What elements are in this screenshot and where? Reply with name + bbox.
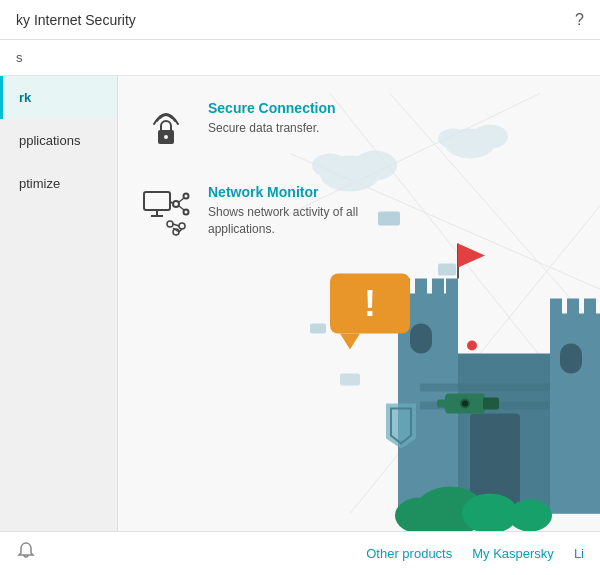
other-products-link[interactable]: Other products	[366, 546, 452, 561]
svg-point-7	[184, 210, 189, 215]
svg-point-11	[179, 223, 185, 229]
svg-line-14	[173, 224, 179, 226]
license-link[interactable]: Li	[574, 546, 584, 561]
svg-rect-49	[437, 400, 449, 408]
svg-rect-44	[410, 324, 432, 354]
main-container: rk pplications ptimize	[0, 76, 600, 531]
svg-point-1	[164, 135, 168, 139]
svg-point-12	[167, 221, 173, 227]
content-panel: Secure Connection Secure data transfer.	[118, 76, 600, 531]
svg-marker-62	[458, 244, 485, 268]
svg-line-9	[179, 206, 184, 210]
svg-rect-29	[438, 264, 456, 276]
sidebar-item-network[interactable]: rk	[0, 76, 117, 119]
secure-connection-icon	[138, 100, 194, 156]
my-kaspersky-link[interactable]: My Kaspersky	[472, 546, 554, 561]
svg-rect-41	[584, 299, 596, 319]
svg-rect-38	[446, 279, 458, 299]
svg-point-26	[472, 125, 508, 149]
monitor-network-icon	[140, 186, 192, 238]
svg-point-27	[438, 129, 468, 149]
svg-point-52	[462, 401, 468, 407]
network-monitor-icon	[138, 184, 194, 240]
svg-point-6	[184, 194, 189, 199]
breadcrumb: s	[16, 50, 23, 65]
svg-marker-54	[340, 334, 360, 350]
svg-rect-36	[415, 279, 427, 299]
title-bar: ky Internet Security ?	[0, 0, 600, 40]
svg-rect-34	[550, 314, 600, 514]
svg-point-56	[467, 341, 477, 351]
sidebar-item-label: ptimize	[19, 176, 60, 191]
svg-rect-46	[420, 384, 550, 392]
svg-point-60	[508, 500, 552, 532]
sidebar-item-applications[interactable]: pplications	[0, 119, 117, 162]
feature-secure-connection-title: Secure Connection	[208, 100, 336, 116]
feature-list: Secure Connection Secure data transfer.	[118, 76, 398, 292]
feature-network-monitor-desc: Shows network activity of all applicatio…	[208, 204, 378, 238]
feature-network-monitor-title: Network Monitor	[208, 184, 378, 200]
svg-rect-40	[567, 299, 579, 319]
bottom-bar: Other products My Kaspersky Li	[0, 531, 600, 575]
sidebar-item-label: pplications	[19, 133, 80, 148]
feature-secure-connection-desc: Secure data transfer.	[208, 120, 336, 137]
feature-network-monitor-text: Network Monitor Shows network activity o…	[208, 184, 378, 238]
svg-rect-37	[432, 279, 444, 299]
sidebar: rk pplications ptimize	[0, 76, 118, 531]
svg-rect-39	[550, 299, 562, 319]
feature-secure-connection-text: Secure Connection Secure data transfer.	[208, 100, 336, 137]
sidebar-item-label: rk	[19, 90, 31, 105]
svg-line-16	[179, 229, 182, 232]
nav-bar: s	[0, 40, 600, 76]
svg-rect-2	[144, 192, 170, 210]
svg-point-5	[173, 201, 179, 207]
notification-icon[interactable]	[16, 541, 36, 566]
svg-rect-30	[310, 324, 326, 334]
feature-item-secure-connection: Secure Connection Secure data transfer.	[138, 100, 378, 156]
svg-rect-50	[483, 398, 499, 410]
svg-rect-31	[340, 374, 360, 386]
svg-line-8	[179, 198, 184, 202]
svg-rect-45	[560, 344, 582, 374]
app-title: ky Internet Security	[16, 12, 136, 28]
lock-wifi-icon	[140, 102, 192, 154]
sidebar-item-optimize[interactable]: ptimize	[0, 162, 117, 205]
bell-icon	[16, 541, 36, 561]
feature-item-network-monitor: Network Monitor Shows network activity o…	[138, 184, 378, 240]
help-button[interactable]: ?	[575, 11, 584, 29]
